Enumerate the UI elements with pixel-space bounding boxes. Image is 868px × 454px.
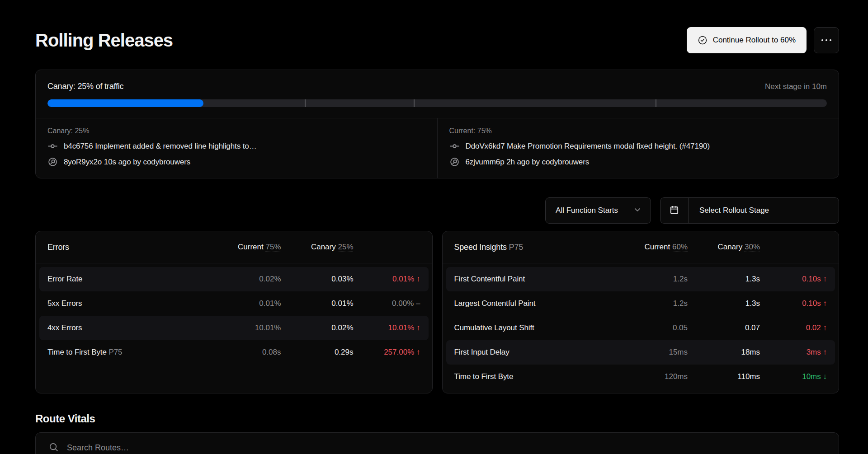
canary-column-header: Canary 25%: [281, 243, 354, 252]
next-stage-label: Next stage in 10m: [765, 82, 827, 91]
canary-commit-text: b4c6756 Implement added & removed line h…: [64, 142, 257, 151]
table-row: Time to First Byte 120ms 110ms 10ms ↓: [446, 365, 835, 389]
function-starts-label: All Function Starts: [556, 206, 618, 215]
route-vitals-title: Route Vitals: [35, 412, 839, 425]
canary-deployment-text: 8yoR9yx2o 10s ago by codybrouwers: [64, 158, 190, 167]
canary-commit-link[interactable]: b4c6756 Implement added & removed line h…: [47, 138, 425, 154]
rollout-stage-tick: [656, 99, 656, 107]
canary-column-header: Canary 30%: [688, 243, 760, 252]
more-options-button[interactable]: [814, 27, 839, 53]
rollout-stage-label: Select Rollout Stage: [689, 198, 769, 223]
canary-percent-tooltip[interactable]: 30%: [745, 243, 760, 251]
route-search-bar: [35, 432, 839, 454]
canary-deployment-panel: Canary: 25% b4c6756 Implement added & re…: [36, 118, 437, 178]
current-percent-tooltip[interactable]: 60%: [672, 243, 688, 251]
errors-table-title: Errors: [47, 243, 209, 252]
canary-percent-tooltip[interactable]: 25%: [338, 243, 353, 251]
canary-deployment-link[interactable]: 8yoR9yx2o 10s ago by codybrouwers: [47, 154, 425, 170]
git-commit-icon: [47, 141, 58, 151]
current-commit-link[interactable]: DdoVx6kd7 Make Promotion Requirements mo…: [449, 138, 827, 154]
rollout-stage-tick: [414, 99, 415, 107]
speed-insights-body: First Contentful Paint 1.2s 1.3s 0.10s ↑…: [443, 263, 839, 389]
current-percent-tooltip[interactable]: 75%: [265, 243, 281, 251]
table-row: First Input Delay 15ms 18ms 3ms ↑: [446, 340, 835, 365]
rollout-progress-fill: [47, 99, 203, 107]
ellipsis-icon: [821, 39, 831, 41]
current-deployment-panel: Current: 75% DdoVx6kd7 Make Promotion Re…: [437, 118, 839, 178]
current-deployment-text: 6zjvumm6p 2h ago by codybrouwers: [466, 158, 590, 167]
errors-table-body: Error Rate 0.02% 0.03% 0.01% ↑ 5xx Error…: [36, 263, 432, 365]
current-column-header: Current 75%: [209, 243, 281, 252]
git-commit-icon: [449, 141, 460, 151]
errors-table-header: Errors Current 75% Canary 25%: [36, 231, 432, 263]
table-row: 4xx Errors 10.01% 0.02% 10.01% ↑: [39, 316, 429, 340]
continue-rollout-button[interactable]: Continue Rollout to 60%: [687, 27, 807, 53]
speed-insights-header: Speed Insights P75 Current 60% Canary 30…: [443, 231, 839, 263]
errors-table: Errors Current 75% Canary 25% Error Rate…: [35, 231, 433, 393]
page-title: Rolling Releases: [35, 30, 173, 51]
page-header: Rolling Releases Continue Rollout to 60%: [35, 27, 839, 53]
deployment-inspect-icon: [449, 157, 460, 167]
header-actions: Continue Rollout to 60%: [687, 27, 839, 53]
speed-insights-title: Speed Insights P75: [454, 243, 616, 252]
table-row: Largest Contentful Paint 1.2s 1.3s 0.10s…: [446, 291, 835, 316]
calendar-icon-cell[interactable]: [660, 198, 689, 223]
table-row: 5xx Errors 0.01% 0.01% 0.00% –: [39, 291, 429, 316]
function-starts-select[interactable]: All Function Starts: [545, 197, 651, 224]
current-percent-label: Current: 75%: [449, 126, 827, 136]
canary-card-header: Canary: 25% of traffic Next stage in 10m: [36, 70, 839, 91]
rolling-releases-page: Rolling Releases Continue Rollout to 60%…: [0, 27, 868, 454]
rollout-progress: [36, 91, 839, 118]
current-column-header: Current 60%: [615, 243, 688, 252]
metrics-tables: Errors Current 75% Canary 25% Error Rate…: [35, 231, 839, 393]
canary-rollout-card: Canary: 25% of traffic Next stage in 10m…: [35, 70, 839, 178]
check-circle-icon: [698, 35, 708, 45]
calendar-icon: [669, 205, 679, 217]
speed-insights-table: Speed Insights P75 Current 60% Canary 30…: [442, 231, 840, 393]
continue-rollout-label: Continue Rollout to 60%: [713, 36, 796, 45]
rollout-stage-tick: [305, 99, 306, 107]
metrics-filters: All Function Starts Select Rollout: [35, 197, 839, 224]
chevron-down-icon: [633, 206, 642, 216]
table-row: Error Rate 0.02% 0.03% 0.01% ↑: [39, 267, 429, 291]
table-row: Time to First Byte P75 0.08s 0.29s 257.0…: [39, 340, 429, 365]
canary-traffic-label: Canary: 25% of traffic: [47, 82, 123, 91]
rollout-progress-track: [47, 99, 827, 107]
rollout-stage-picker[interactable]: Select Rollout Stage: [660, 197, 839, 224]
canary-percent-label: Canary: 25%: [47, 126, 425, 136]
deployment-comparison: Canary: 25% b4c6756 Implement added & re…: [36, 118, 839, 178]
table-row: Cumulative Layout Shift 0.05 0.07 0.02 ↑: [446, 316, 835, 340]
deployment-inspect-icon: [47, 157, 58, 167]
table-row: First Contentful Paint 1.2s 1.3s 0.10s ↑: [446, 267, 835, 291]
current-commit-text: DdoVx6kd7 Make Promotion Requirements mo…: [466, 142, 710, 151]
search-icon: [48, 442, 59, 454]
current-deployment-link[interactable]: 6zjvumm6p 2h ago by codybrouwers: [449, 154, 827, 170]
search-routes-input[interactable]: [67, 443, 826, 453]
